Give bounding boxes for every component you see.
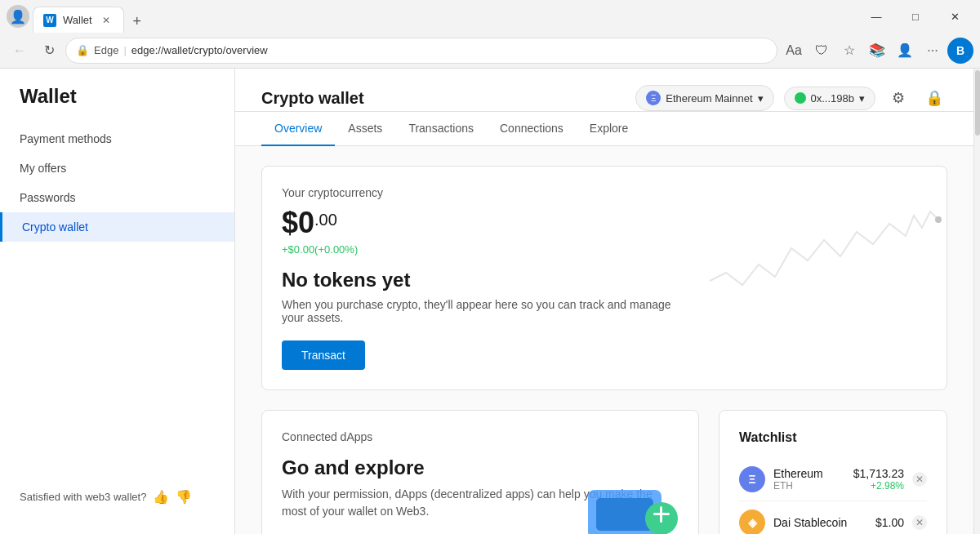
eth-change: +2.98%	[853, 480, 904, 492]
my-offers-label: My offers	[20, 162, 66, 175]
thumbup-icon[interactable]: 👍	[153, 489, 169, 505]
minimize-button[interactable]: —	[858, 3, 895, 29]
sidebar-item-crypto-wallet[interactable]: Crypto wallet	[0, 212, 234, 242]
content-inner: Crypto wallet Ξ Ethereum Mainnet ▾ 0x...…	[235, 69, 973, 534]
network-label: Ethereum Mainnet	[666, 92, 752, 105]
dai-coin-info: Dai Stablecoin	[773, 516, 867, 529]
bing-button[interactable]: B	[947, 38, 973, 64]
address-bar: ← ↻ 🔒 Edge | edge://wallet/crypto/overvi…	[0, 33, 980, 69]
watchlist-item-eth: Ξ Ethereum ETH $1,713.23 +2.98% ✕	[739, 458, 927, 501]
collections-icon[interactable]: 📚	[864, 38, 890, 64]
refresh-icon: ↻	[44, 42, 55, 58]
wallet-header-right: Ξ Ethereum Mainnet ▾ 0x...198b ▾ ⚙ 🔒	[635, 85, 947, 111]
bottom-grid: Connected dApps Go and explore With your…	[261, 410, 947, 534]
window-controls: — □ ✕	[858, 3, 973, 29]
tab-label: Wallet	[63, 14, 92, 26]
dapps-section-label: Connected dApps	[282, 430, 679, 443]
network-dropdown-icon: ▾	[758, 92, 764, 105]
read-aloud-icon[interactable]: Aa	[781, 38, 807, 64]
address-dropdown-icon: ▾	[859, 92, 865, 105]
more-icon[interactable]: ···	[920, 38, 946, 64]
eth-network-icon: Ξ	[646, 91, 661, 105]
overview-content: Your cryptocurrency $0 .00 +$0.00(+0.00%…	[235, 146, 973, 534]
tab-explore[interactable]: Explore	[577, 112, 641, 146]
sidebar-item-my-offers[interactable]: My offers	[0, 154, 234, 183]
tab-strip: W Wallet ✕ +	[33, 0, 854, 33]
sidebar-footer: Satisfied with web3 wallet? 👍 👎	[0, 476, 234, 518]
refresh-button[interactable]: ↻	[36, 38, 62, 64]
explore-title: Go and explore	[282, 456, 679, 479]
crypto-value-card: Your cryptocurrency $0 .00 +$0.00(+0.00%…	[261, 166, 947, 390]
transact-button[interactable]: Transact	[282, 340, 365, 370]
profile-icon: 👤	[10, 9, 26, 24]
tab-favicon: W	[43, 14, 56, 27]
address-status-dot	[795, 92, 806, 104]
thumbdown-icon[interactable]: 👎	[176, 489, 192, 505]
toolbar-icons: Aa 🛡 ☆ 📚 👤 ··· B	[781, 38, 973, 64]
new-tab-button[interactable]: +	[126, 10, 149, 33]
dapps-illustration	[584, 482, 682, 534]
profile-icon[interactable]: 👤	[892, 38, 918, 64]
crypto-wallet-label: Crypto wallet	[22, 220, 88, 234]
payment-methods-label: Payment methods	[20, 132, 112, 145]
tab-assets[interactable]: Assets	[335, 112, 395, 146]
eth-price-value: $1,713.23	[853, 467, 904, 480]
crypto-chart	[702, 167, 947, 314]
lock-icon: 🔒	[925, 89, 943, 107]
dai-price: $1.00	[875, 516, 904, 529]
tab-connections[interactable]: Connections	[487, 112, 577, 146]
eth-remove-button[interactable]: ✕	[912, 472, 927, 487]
tab-close-button[interactable]: ✕	[99, 13, 114, 28]
tab-transactions[interactable]: Transactions	[395, 112, 487, 146]
sidebar: Wallet Payment methods My offers Passwor…	[0, 69, 235, 534]
tracking-icon[interactable]: 🛡	[808, 38, 835, 64]
wallet-page-title: Crypto wallet	[261, 89, 364, 108]
lock-button[interactable]: 🔒	[921, 85, 947, 111]
svg-rect-5	[660, 506, 662, 523]
no-tokens-desc: When you purchase crypto, they'll appear…	[282, 298, 674, 324]
back-button[interactable]: ←	[7, 38, 33, 64]
favorites-icon[interactable]: ☆	[836, 38, 862, 64]
settings-button[interactable]: ⚙	[885, 85, 911, 111]
crypto-value-decimal: .00	[314, 211, 337, 229]
dapps-card: Connected dApps Go and explore With your…	[261, 410, 699, 534]
url-text: edge://wallet/crypto/overview	[131, 44, 268, 56]
scrollbar-thumb[interactable]	[975, 70, 980, 136]
wallet-tab[interactable]: W Wallet ✕	[33, 7, 124, 33]
lock-icon: 🔒	[76, 44, 89, 56]
watchlist-item-dai: ◈ Dai Stablecoin $1.00 ✕	[739, 501, 927, 534]
back-icon: ←	[13, 43, 26, 58]
svg-rect-2	[596, 498, 653, 531]
url-separator: |	[123, 44, 126, 56]
passwords-label: Passwords	[20, 191, 75, 204]
tab-overview[interactable]: Overview	[261, 112, 335, 146]
network-selector[interactable]: Ξ Ethereum Mainnet ▾	[635, 85, 773, 111]
scrollbar[interactable]	[973, 69, 980, 534]
edge-label: Edge	[94, 44, 118, 56]
url-bar[interactable]: 🔒 Edge | edge://wallet/crypto/overview	[65, 38, 777, 64]
svg-point-0	[935, 216, 942, 223]
eth-name: Ethereum	[773, 467, 845, 480]
sidebar-title: Wallet	[0, 85, 234, 124]
feedback-label: Satisfied with web3 wallet?	[20, 491, 146, 503]
title-bar: 👤 W Wallet ✕ + — □ ✕	[0, 0, 980, 33]
profile-button[interactable]: 👤	[7, 5, 29, 28]
address-selector[interactable]: 0x...198b ▾	[784, 87, 876, 110]
eth-symbol: ETH	[773, 480, 845, 492]
settings-icon: ⚙	[892, 89, 905, 107]
wallet-nav-tabs: Overview Assets Transactions Connections…	[235, 112, 973, 146]
maximize-button[interactable]: □	[897, 3, 934, 29]
close-button[interactable]: ✕	[936, 3, 973, 29]
eth-price: $1,713.23 +2.98%	[853, 467, 904, 492]
address-label: 0x...198b	[811, 92, 855, 105]
wallet-header: Crypto wallet Ξ Ethereum Mainnet ▾ 0x...…	[235, 69, 973, 112]
sidebar-item-payment-methods[interactable]: Payment methods	[0, 124, 234, 154]
watchlist-card: Watchlist Ξ Ethereum ETH $1,713.23 +2.98…	[719, 410, 947, 534]
crypto-value-main: $0	[282, 206, 314, 240]
dai-remove-button[interactable]: ✕	[912, 515, 927, 530]
watchlist-title: Watchlist	[739, 430, 927, 445]
dai-name: Dai Stablecoin	[773, 516, 867, 529]
content-area: Crypto wallet Ξ Ethereum Mainnet ▾ 0x...…	[235, 69, 973, 534]
sidebar-item-passwords[interactable]: Passwords	[0, 183, 234, 212]
eth-coin-info: Ethereum ETH	[773, 467, 845, 492]
